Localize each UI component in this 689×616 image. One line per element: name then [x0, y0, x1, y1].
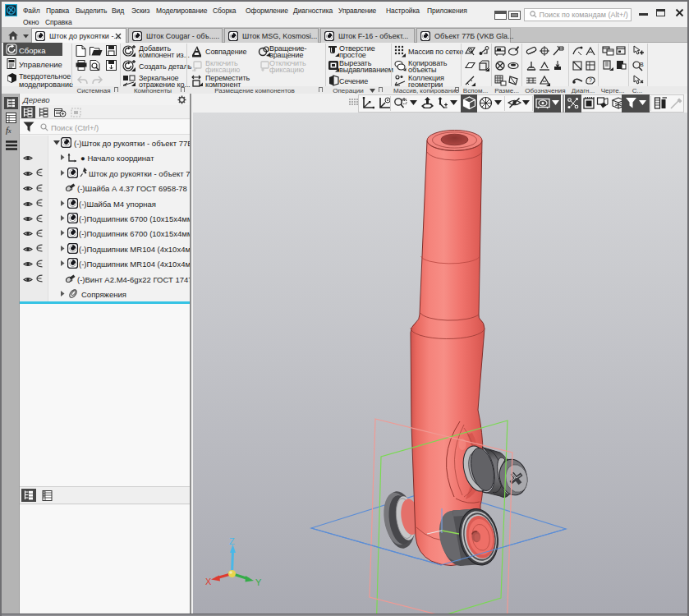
svg-text:B: B: [640, 62, 644, 67]
svg-text:Z: Z: [229, 536, 235, 546]
svg-text:Y: Y: [255, 577, 262, 587]
svg-text:X: X: [205, 577, 212, 586]
svg-text:?: ?: [589, 77, 592, 83]
